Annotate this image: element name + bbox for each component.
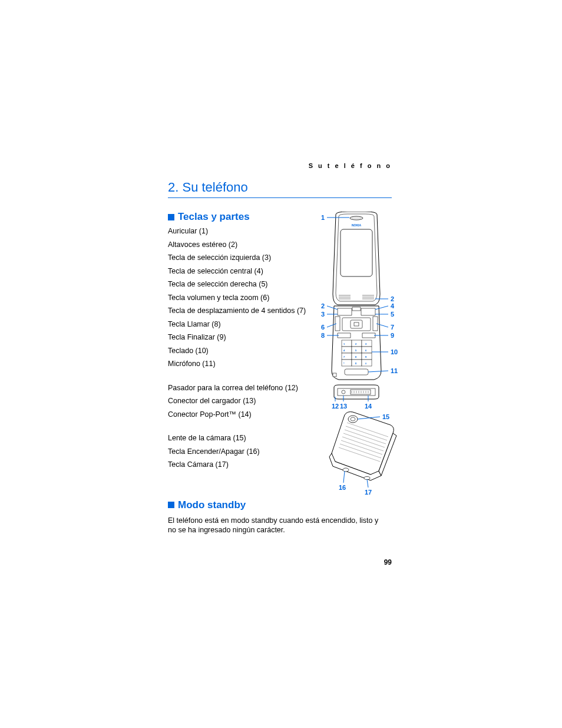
square-bullet-icon <box>168 502 174 508</box>
svg-text:4: 4 <box>391 302 395 309</box>
section-title: Teclas y partes <box>178 211 250 223</box>
svg-text:17: 17 <box>365 489 372 496</box>
svg-rect-35 <box>345 369 368 375</box>
phone-upper-body: NOKIA <box>333 212 380 305</box>
charger-port-icon <box>342 390 345 394</box>
square-bullet-icon <box>168 214 174 220</box>
svg-rect-21 <box>352 360 362 366</box>
svg-text:16: 16 <box>339 484 346 491</box>
svg-line-72 <box>367 479 368 487</box>
svg-text:10: 10 <box>391 348 398 355</box>
end-key <box>362 333 375 338</box>
svg-rect-13 <box>362 340 372 347</box>
svg-rect-19 <box>362 353 372 360</box>
keypad <box>342 340 372 366</box>
svg-text:1: 1 <box>321 214 325 221</box>
svg-text:2: 2 <box>321 302 325 309</box>
svg-rect-36 <box>333 373 336 377</box>
page-number: 99 <box>384 558 392 566</box>
call-key <box>338 333 351 338</box>
phone-bottom-view <box>334 385 379 399</box>
svg-rect-10 <box>354 322 359 326</box>
svg-text:11: 11 <box>391 367 398 374</box>
camera-key-icon <box>364 477 370 480</box>
svg-line-71 <box>343 471 345 483</box>
phone-diagram-svg: NOKIA <box>309 212 404 500</box>
svg-text:7: 7 <box>391 324 394 331</box>
running-header: S u t e l é f o n o <box>168 162 392 169</box>
svg-text:14: 14 <box>365 403 372 410</box>
section-title: Modo standby <box>178 499 246 511</box>
power-button-icon <box>343 468 349 472</box>
left-softkey <box>338 308 352 315</box>
chapter-title: 2. Su teléfono <box>168 180 392 198</box>
standby-body-text: El teléfono está en modo standby cuando … <box>168 516 380 536</box>
pop-port-icon <box>351 390 371 394</box>
svg-rect-22 <box>362 360 372 366</box>
svg-rect-15 <box>352 347 362 353</box>
phone-lower-body: 123 456 789 *0# <box>332 306 381 380</box>
svg-text:13: 13 <box>340 403 347 410</box>
document-page: S u t e l é f o n o 2. Su teléfono Tecla… <box>168 162 392 535</box>
svg-rect-16 <box>362 347 372 353</box>
phone-diagram: NOKIA <box>309 212 398 503</box>
svg-text:12: 12 <box>332 403 339 410</box>
center-softkey <box>352 307 361 311</box>
svg-text:15: 15 <box>382 413 389 420</box>
phone-screen <box>340 229 372 276</box>
svg-text:5: 5 <box>391 311 394 318</box>
svg-text:2: 2 <box>391 295 394 302</box>
svg-rect-12 <box>352 340 362 347</box>
svg-point-54 <box>351 417 355 421</box>
svg-rect-18 <box>352 353 362 360</box>
right-softkey <box>361 308 375 315</box>
svg-text:6: 6 <box>321 324 325 331</box>
svg-text:3: 3 <box>321 311 325 318</box>
svg-text:8: 8 <box>321 332 325 339</box>
phone-back-view <box>329 412 396 480</box>
brand-label: NOKIA <box>352 223 362 227</box>
svg-text:9: 9 <box>391 332 394 339</box>
